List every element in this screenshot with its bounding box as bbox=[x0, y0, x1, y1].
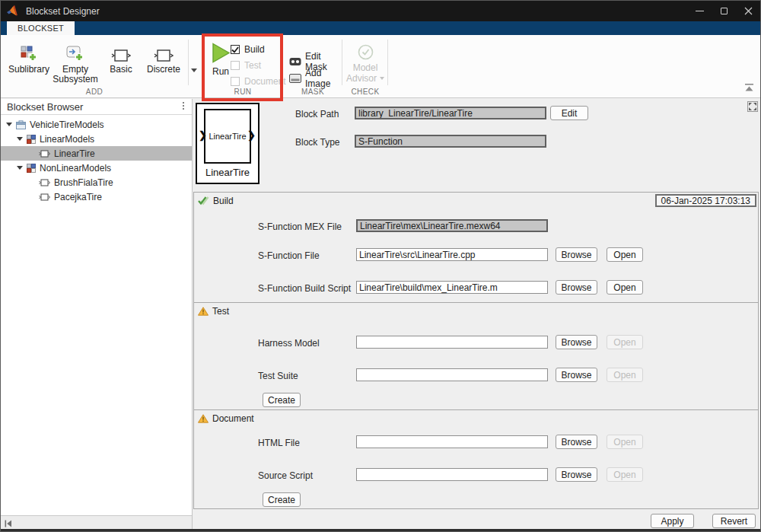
expand-arrow-icon[interactable] bbox=[6, 123, 12, 126]
expand-panel-button[interactable] bbox=[747, 101, 758, 112]
apply-button[interactable]: Apply bbox=[651, 514, 694, 528]
expand-arrow-icon[interactable] bbox=[17, 137, 23, 141]
tree-item-nonlinearmodels[interactable]: NonLinearModels bbox=[1, 161, 192, 175]
discrete-label: Discrete bbox=[147, 65, 180, 75]
group-add: Sublibrary Empty Subsystem bbox=[1, 35, 188, 97]
empty-subsystem-button[interactable]: Empty Subsystem bbox=[51, 41, 100, 84]
sublibrary-icon bbox=[27, 164, 36, 173]
create-document-button[interactable]: Create bbox=[263, 492, 301, 507]
edit-mask-icon bbox=[289, 57, 301, 66]
document-section: Document HTML File Browse Open Source Sc… bbox=[193, 409, 759, 509]
test-section-title: Test bbox=[212, 306, 229, 317]
group-mask-label: MASK bbox=[284, 88, 342, 96]
sfunction-file-field[interactable] bbox=[356, 248, 548, 261]
build-checkbox[interactable]: Build bbox=[231, 44, 265, 55]
tree-item-label: NonLinearModels bbox=[40, 163, 111, 174]
tree-item-lineartire[interactable]: LinearTire bbox=[1, 146, 192, 161]
group-add-label: ADD bbox=[1, 88, 188, 96]
build-script-label: S-Function Build Script bbox=[258, 283, 351, 294]
browse-button[interactable]: Browse bbox=[556, 247, 597, 262]
minimize-button[interactable] bbox=[687, 1, 712, 21]
open-button-disabled: Open bbox=[607, 335, 643, 349]
checkbox-empty-icon bbox=[231, 77, 240, 86]
discrete-block-icon bbox=[154, 41, 174, 62]
model-advisor-icon bbox=[358, 44, 374, 60]
harness-model-field[interactable] bbox=[356, 336, 548, 349]
browse-button[interactable]: Browse bbox=[556, 368, 597, 382]
maximize-icon bbox=[721, 8, 728, 14]
test-checkbox: Test bbox=[231, 60, 261, 71]
ribbon-tab-band: BLOCKSET bbox=[1, 21, 760, 35]
build-section: Build 06-Jan-2025 17:03:13 S-Function ME… bbox=[193, 192, 759, 303]
revert-button[interactable]: Revert bbox=[712, 514, 756, 528]
browse-button[interactable]: Browse bbox=[556, 435, 597, 449]
model-advisor-label-2: Advisor bbox=[346, 73, 377, 84]
output-port-icon: ❯ bbox=[247, 129, 256, 141]
browser-header: Blockset Browser bbox=[1, 99, 192, 115]
source-script-field[interactable] bbox=[356, 468, 548, 481]
open-button-disabled: Open bbox=[607, 467, 643, 482]
warning-icon bbox=[198, 414, 209, 423]
browse-button[interactable]: Browse bbox=[556, 335, 597, 349]
warning-icon bbox=[198, 307, 209, 316]
block-preview: LinearTire ❯ ❯ LinearTire bbox=[196, 103, 260, 184]
document-checkbox-label: Document bbox=[244, 76, 286, 87]
block-type-label: Block Type bbox=[295, 137, 339, 148]
browser-horizontal-scrollbar[interactable] bbox=[1, 515, 192, 530]
ribbon-toolbar: Sublibrary Empty Subsystem bbox=[1, 35, 760, 98]
browse-button[interactable]: Browse bbox=[556, 467, 597, 482]
run-button[interactable]: Run bbox=[209, 43, 232, 77]
toolbar-separator bbox=[342, 40, 342, 85]
tree-item-linearmodels[interactable]: LinearModels bbox=[1, 132, 192, 146]
source-script-label: Source Script bbox=[258, 470, 313, 481]
tree-item-pacejkatire[interactable]: PacejkaTire bbox=[1, 190, 192, 204]
html-file-field[interactable] bbox=[356, 435, 548, 448]
mex-file-field bbox=[356, 219, 548, 232]
block-preview-body: LinearTire bbox=[204, 109, 251, 164]
empty-subsystem-label: Empty Subsystem bbox=[51, 65, 100, 84]
build-script-field[interactable] bbox=[356, 281, 548, 294]
build-timestamp: 06-Jan-2025 17:03:13 bbox=[655, 194, 756, 207]
basic-button[interactable]: Basic bbox=[101, 41, 141, 75]
expand-arrow-icon[interactable] bbox=[17, 166, 23, 170]
open-button[interactable]: Open bbox=[607, 280, 643, 295]
success-check-icon bbox=[198, 196, 209, 205]
window-title: Blockset Designer bbox=[26, 6, 100, 17]
group-check: Model Advisor CHECK bbox=[343, 35, 387, 97]
maximize-button[interactable] bbox=[712, 1, 736, 21]
block-detail-panel: LinearTire ❯ ❯ LinearTire Block Path Edi… bbox=[193, 99, 760, 530]
block-path-field bbox=[355, 107, 546, 119]
tab-blockset[interactable]: BLOCKSET bbox=[7, 21, 75, 35]
tree-item-label: BrushFialaTire bbox=[54, 177, 113, 188]
open-button[interactable]: Open bbox=[607, 247, 643, 262]
create-test-button[interactable]: Create bbox=[263, 393, 301, 407]
close-button[interactable] bbox=[736, 1, 760, 21]
tree-item-label: VehicleTireModels bbox=[30, 119, 104, 130]
chevron-down-icon bbox=[380, 77, 384, 80]
test-suite-label: Test Suite bbox=[258, 371, 298, 381]
sublibrary-icon bbox=[27, 135, 36, 144]
test-suite-field[interactable] bbox=[356, 368, 548, 381]
chevron-down-icon bbox=[191, 68, 197, 72]
sublibrary-button[interactable]: Sublibrary bbox=[7, 41, 51, 75]
collapse-ribbon-icon bbox=[744, 84, 754, 91]
browse-button[interactable]: Browse bbox=[556, 280, 597, 295]
tree-item-label: LinearTire bbox=[54, 148, 95, 159]
add-image-button[interactable]: Add Image bbox=[289, 68, 342, 89]
browser-menu-button[interactable] bbox=[183, 102, 184, 110]
basic-block-icon bbox=[111, 41, 131, 62]
collapse-ribbon-button[interactable] bbox=[744, 81, 754, 94]
scroll-to-start-icon bbox=[5, 520, 12, 527]
edit-button[interactable]: Edit bbox=[550, 106, 588, 120]
block-path-label: Block Path bbox=[295, 109, 339, 119]
toolbar-separator bbox=[188, 40, 189, 85]
build-checkbox-label: Build bbox=[244, 44, 265, 55]
sublibrary-label: Sublibrary bbox=[8, 65, 49, 75]
tree-item-vehicletiremodels[interactable]: VehicleTireModels bbox=[1, 117, 192, 132]
close-icon bbox=[744, 7, 753, 15]
tree-item-brushfialatire[interactable]: BrushFialaTire bbox=[1, 175, 192, 190]
block-type-field bbox=[355, 135, 546, 148]
add-gallery-dropdown-button[interactable] bbox=[191, 68, 197, 72]
discrete-button[interactable]: Discrete bbox=[142, 41, 185, 75]
checkbox-empty-icon bbox=[231, 61, 240, 70]
